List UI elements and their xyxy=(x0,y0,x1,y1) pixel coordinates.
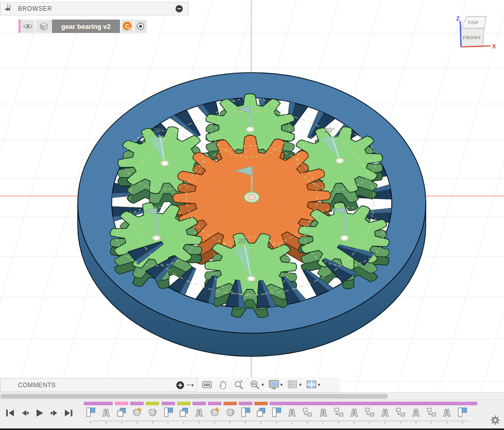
step-forward-icon xyxy=(48,407,59,419)
joint-angle-label: 20° xyxy=(153,127,163,134)
timeline-feature-joint-icon[interactable] xyxy=(193,406,205,419)
timeline-feature-move-icon[interactable] xyxy=(363,406,376,419)
timeline-feature-sketch_star-icon[interactable] xyxy=(131,406,143,419)
timeline-feature-move-icon[interactable] xyxy=(425,406,438,419)
timeline-feature-joint-icon[interactable] xyxy=(100,406,112,419)
timeline-settings-gear-icon[interactable] xyxy=(489,414,501,426)
browser-panel-header: ◀◀ BROWSER xyxy=(0,2,189,15)
step-back-icon xyxy=(19,407,30,419)
component-icon xyxy=(36,20,52,33)
timeline-feature-body-icon[interactable] xyxy=(224,406,236,419)
grid-settings-button[interactable]: ▾ xyxy=(286,379,302,391)
joint-angle-label: 20° xyxy=(238,237,248,245)
timeline-group-bar xyxy=(84,402,113,405)
timeline-group-bar xyxy=(146,402,159,405)
go-to-start-icon xyxy=(5,407,16,419)
viewports-button[interactable]: ▾ xyxy=(305,379,321,391)
timeline-scrollbar[interactable] xyxy=(0,392,504,400)
comments-dash: – xyxy=(187,381,190,388)
viewcube-front-label[interactable]: FRONT xyxy=(463,35,481,40)
go-to-end-icon xyxy=(62,407,74,419)
scrollbar-thumb[interactable] xyxy=(1,394,388,399)
timeline-feature-flag-icon[interactable] xyxy=(239,406,252,419)
timeline-feature-move-icon[interactable] xyxy=(301,406,314,419)
step-back-button[interactable] xyxy=(18,407,32,419)
viewports-dropdown-caret[interactable]: ▾ xyxy=(318,382,321,387)
grid-settings-dropdown-caret[interactable]: ▾ xyxy=(299,382,302,387)
add-comment-icon[interactable] xyxy=(176,381,185,390)
zoom-window-icon xyxy=(249,379,261,391)
svg-text:C: C xyxy=(125,23,129,29)
timeline-more-indicator: ‥ xyxy=(466,417,471,423)
display-settings-dropdown-caret[interactable]: ▾ xyxy=(281,382,283,387)
timeline-panel: ‥ xyxy=(0,400,504,428)
document-name[interactable]: gear bearing v2 xyxy=(52,20,120,33)
timeline-group-bar xyxy=(193,402,206,405)
timeline-group-bar xyxy=(239,402,252,405)
timeline-group-bar xyxy=(130,402,144,405)
display-settings-button[interactable]: ▾ xyxy=(268,379,283,391)
viewport-canvas[interactable]: 20°20°20° xyxy=(0,0,504,392)
cloud-status-badge: C xyxy=(121,20,133,33)
browser-title: BROWSER xyxy=(18,5,175,12)
view-cube[interactable]: TOP FRONT Z X xyxy=(455,12,500,54)
timeline-feature-flag-icon[interactable] xyxy=(270,406,283,419)
timeline-playback-controls xyxy=(3,407,75,419)
active-item-marker xyxy=(19,20,21,33)
activate-radio-icon[interactable] xyxy=(134,20,147,33)
timeline-group-bar xyxy=(115,402,128,405)
grid-settings-icon xyxy=(286,379,299,391)
fusion-window: 20°20°20° ◀◀ BROWSER ▷ gear bearing v2 C… xyxy=(0,0,504,430)
pan-icon xyxy=(217,379,229,391)
timeline-feature-joint-icon[interactable] xyxy=(317,406,329,419)
timeline-feature-move-icon[interactable] xyxy=(333,406,345,419)
timeline-group-bar xyxy=(162,402,175,405)
minimize-icon[interactable] xyxy=(175,5,183,13)
play-icon xyxy=(33,407,45,419)
timeline-feature-move-icon[interactable] xyxy=(394,406,407,419)
z-axis-label: Z xyxy=(456,15,460,22)
pan-button[interactable] xyxy=(217,379,229,391)
zoom-button[interactable] xyxy=(233,379,245,391)
timeline-feature-flag-icon[interactable] xyxy=(84,406,97,419)
timeline-feature-joint-icon[interactable] xyxy=(286,406,298,419)
timeline-feature-joint-icon[interactable] xyxy=(441,406,453,419)
timeline-feature-flag-icon[interactable] xyxy=(162,406,175,419)
fit-button[interactable] xyxy=(201,379,213,391)
timeline-feature-cube-icon[interactable] xyxy=(255,406,267,419)
viewports-icon xyxy=(305,379,318,391)
z-axis-line xyxy=(460,21,461,47)
settings-gear-glyph xyxy=(489,414,501,426)
timeline-feature-sketch_star-icon[interactable] xyxy=(208,406,221,419)
comments-title: COMMENTS xyxy=(18,382,176,389)
browser-item-expand-arrow[interactable]: ▷ xyxy=(7,3,11,9)
step-forward-button[interactable] xyxy=(46,407,61,419)
timeline-feature-body-icon[interactable] xyxy=(146,406,159,419)
zoom-window-button[interactable]: ▾ xyxy=(249,379,264,391)
timeline-feature-joint-icon[interactable] xyxy=(410,406,422,419)
viewcube-top-label[interactable]: TOP xyxy=(467,20,478,25)
timeline-feature-joint-icon[interactable] xyxy=(348,406,360,419)
timeline-feature-cube-icon[interactable] xyxy=(178,406,190,419)
timeline-group-bar xyxy=(270,402,477,405)
model-scene[interactable]: 20°20°20° xyxy=(0,0,504,392)
go-to-end-button[interactable] xyxy=(61,407,75,419)
zoom-window-dropdown-caret[interactable]: ▾ xyxy=(262,382,264,387)
display-settings-icon xyxy=(268,379,280,391)
joint-angle-label: 20° xyxy=(324,126,335,134)
timeline-group-bar xyxy=(208,402,221,405)
x-axis-label: X xyxy=(492,43,496,49)
play-button[interactable] xyxy=(32,407,46,419)
timeline-feature-joint-icon[interactable] xyxy=(379,406,391,419)
navigation-toolbar: ▾▾▾▾ xyxy=(197,377,340,392)
timeline-group-bar xyxy=(223,402,237,405)
timeline-group-bar xyxy=(254,402,268,405)
timeline-feature-cube-icon[interactable] xyxy=(115,406,128,419)
comments-panel: COMMENTS – ▾ xyxy=(0,378,197,392)
fit-icon xyxy=(201,379,213,391)
visibility-eye-icon[interactable] xyxy=(21,20,34,33)
comments-dropdown-caret[interactable]: ▾ xyxy=(191,383,194,388)
go-to-start-button[interactable] xyxy=(3,407,18,419)
timeline-group-bar xyxy=(177,402,190,405)
zoom-icon xyxy=(233,379,245,391)
